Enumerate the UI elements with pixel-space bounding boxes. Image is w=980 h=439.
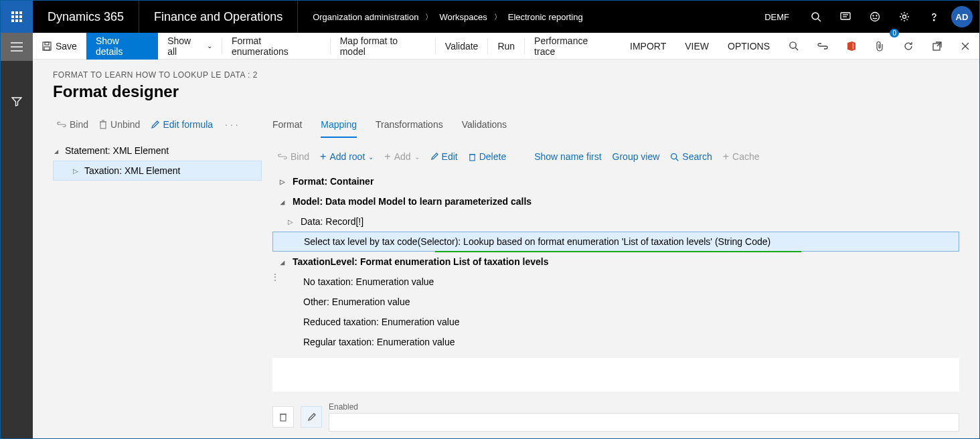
search-icon[interactable]: [801, 1, 831, 33]
unbind-button[interactable]: Unbind: [95, 116, 144, 133]
mapping-tree: Format: Container Model: Data model Mode…: [272, 167, 959, 352]
left-toolbar: Bind Unbind Edit formula · · ·: [33, 112, 266, 137]
tab-mapping[interactable]: Mapping: [321, 116, 357, 138]
delete-button[interactable]: Delete: [469, 151, 506, 162]
tree-node-no-taxation[interactable]: No taxation: Enumeration value: [272, 272, 959, 292]
popout-icon: [932, 41, 942, 51]
brand-label: Dynamics 365: [33, 10, 139, 24]
delete-enabled-button[interactable]: [272, 406, 294, 428]
message-icon[interactable]: [831, 1, 860, 33]
svg-rect-14: [45, 42, 49, 45]
plus-icon: +: [723, 153, 729, 161]
tab-transformations[interactable]: Transformations: [376, 116, 443, 138]
svg-point-9: [933, 19, 934, 21]
plus-icon: +: [384, 153, 390, 161]
attachments-button[interactable]: 0: [866, 33, 894, 60]
expand-icon[interactable]: [287, 218, 294, 226]
view-button[interactable]: VIEW: [675, 33, 718, 60]
link-icon[interactable]: [808, 33, 837, 60]
add-root-button[interactable]: +Add root⌄: [320, 151, 374, 162]
splitter-handle[interactable]: ⋮: [270, 272, 281, 282]
bind-button[interactable]: Bind: [53, 116, 92, 133]
enabled-input[interactable]: [329, 413, 959, 432]
tree-node-taxation-level[interactable]: TaxationLevel: Format enumeration List o…: [272, 252, 959, 272]
validate-button[interactable]: Validate: [436, 33, 488, 60]
svg-point-7: [876, 15, 877, 16]
tree-node-taxation[interactable]: Taxation: XML Element: [53, 161, 262, 181]
plus-icon: +: [320, 153, 326, 161]
breadcrumbs: Organization administration 〉 Workspaces…: [298, 12, 583, 22]
more-button[interactable]: · · ·: [220, 116, 243, 133]
chevron-down-icon: ⌄: [368, 153, 374, 161]
nav-menu-button[interactable]: [1, 33, 33, 61]
tree-node-model[interactable]: Model: Data model Model to learn paramet…: [272, 191, 959, 211]
svg-rect-24: [470, 154, 475, 160]
svg-point-0: [812, 13, 819, 19]
left-tree: Statement: XML Element Taxation: XML Ele…: [33, 137, 266, 185]
collapse-icon[interactable]: [279, 198, 286, 205]
pencil-icon: [151, 120, 159, 129]
breadcrumb-item[interactable]: Electronic reporting: [508, 12, 583, 22]
tree-node-other[interactable]: Other: Enumeration value: [272, 292, 959, 312]
left-rail: [1, 33, 33, 438]
breadcrumb-item[interactable]: Organization administration: [313, 12, 418, 22]
pencil-icon: [307, 413, 316, 422]
user-avatar[interactable]: AD: [951, 6, 973, 27]
gear-icon[interactable]: [890, 1, 919, 33]
refresh-button[interactable]: [894, 33, 923, 60]
svg-line-27: [676, 158, 678, 160]
tree-node-regular-taxation[interactable]: Regular taxation: Enumeration value: [272, 332, 959, 352]
right-mapping-pane: ⋮ Format Mapping Transformations Validat…: [272, 106, 979, 438]
tree-node-selector[interactable]: Select tax level by tax code(Selector): …: [272, 232, 959, 252]
tree-node-data-record[interactable]: Data: Record[!]: [272, 211, 959, 232]
chevron-down-icon: ⌄: [414, 153, 420, 161]
svg-point-26: [671, 153, 677, 159]
format-enumerations-button[interactable]: Format enumerations: [222, 33, 330, 60]
show-details-button[interactable]: Show details: [86, 33, 158, 60]
import-button[interactable]: IMPORT: [621, 33, 675, 60]
map-format-button[interactable]: Map format to model: [331, 33, 435, 60]
svg-rect-28: [280, 414, 286, 421]
options-button[interactable]: OPTIONS: [718, 33, 779, 60]
perf-trace-button[interactable]: Performance trace: [525, 33, 621, 60]
cmd-search-button[interactable]: [779, 33, 808, 60]
edit-button[interactable]: Edit: [430, 151, 458, 162]
detail-strip: [272, 358, 959, 391]
breadcrumb-item[interactable]: Workspaces: [439, 12, 487, 22]
popout-button[interactable]: [923, 33, 951, 60]
smile-icon[interactable]: [860, 1, 890, 33]
company-label[interactable]: DEMF: [764, 12, 789, 22]
edit-formula-button[interactable]: Edit formula: [147, 116, 217, 133]
show-name-first-button[interactable]: Show name first: [534, 151, 601, 162]
svg-point-5: [871, 13, 880, 21]
badge-count: 0: [890, 29, 899, 37]
filter-icon[interactable]: [1, 88, 33, 116]
close-button[interactable]: [951, 33, 979, 60]
svg-point-16: [790, 42, 796, 48]
page-title: Format designer: [53, 82, 959, 101]
left-format-tree-pane: Bind Unbind Edit formula · · · Statement…: [33, 106, 272, 438]
page-breadcrumb: FORMAT TO LEARN HOW TO LOOKUP LE DATA : …: [53, 70, 959, 80]
search-button[interactable]: Search: [670, 151, 712, 162]
expand-icon[interactable]: [72, 167, 79, 175]
show-all-button[interactable]: Show all⌄: [158, 33, 222, 60]
link-icon: [57, 121, 66, 128]
tab-format[interactable]: Format: [272, 116, 302, 138]
tree-node-reduced-taxation[interactable]: Reduced taxation: Enumeration value: [272, 312, 959, 332]
save-button[interactable]: Save: [33, 33, 86, 60]
tab-validations[interactable]: Validations: [462, 116, 507, 138]
tree-node-statement[interactable]: Statement: XML Element: [53, 141, 262, 161]
collapse-icon[interactable]: [53, 147, 60, 155]
help-icon[interactable]: [919, 1, 949, 33]
office-icon[interactable]: [837, 33, 866, 60]
group-view-button[interactable]: Group view: [612, 151, 660, 162]
edit-enabled-button[interactable]: [301, 406, 322, 428]
trash-icon: [469, 153, 476, 161]
svg-point-8: [903, 15, 906, 19]
tree-node-format-container[interactable]: Format: Container: [272, 171, 959, 191]
run-button[interactable]: Run: [488, 33, 524, 60]
expand-icon[interactable]: [279, 178, 286, 185]
app-launcher-button[interactable]: [1, 1, 33, 33]
collapse-icon[interactable]: [279, 258, 286, 266]
bind-button: Bind: [278, 151, 309, 162]
